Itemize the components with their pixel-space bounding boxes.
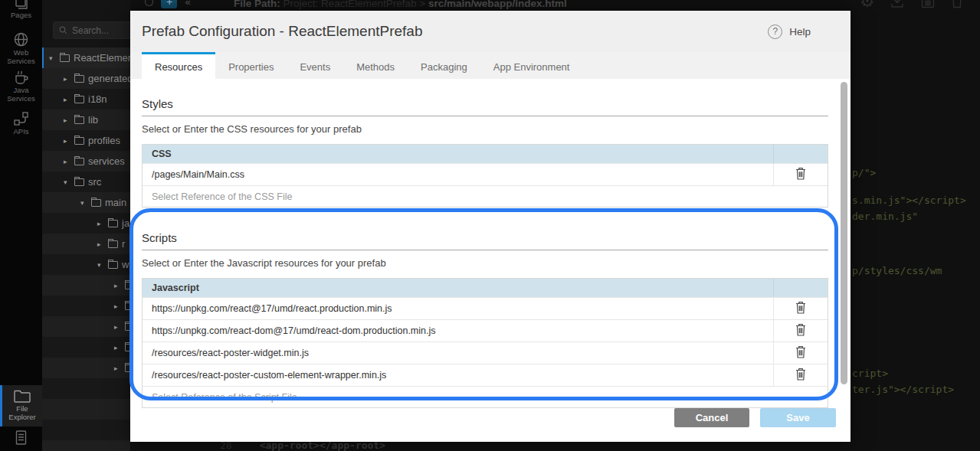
column-header: CSS xyxy=(143,149,773,159)
actions-column xyxy=(773,145,828,163)
tab-events[interactable]: Events xyxy=(287,52,343,79)
trash-icon xyxy=(795,301,806,314)
file-tree: ▾ReactElemen ▸generated ▸i18n ▸lib ▸prof… xyxy=(42,47,130,451)
pages-icon xyxy=(15,0,28,9)
chevron-right-icon[interactable]: ▸ xyxy=(64,116,70,124)
folder-icon xyxy=(91,199,101,207)
tree-item[interactable]: ▸ja xyxy=(42,213,130,234)
delete-row-button[interactable] xyxy=(794,344,808,362)
tree-item[interactable]: ▸ xyxy=(42,337,130,358)
dialog-footer: Cancel Save xyxy=(674,408,836,427)
tree-item[interactable]: ▸services xyxy=(42,151,130,172)
tree-item[interactable]: ▸ xyxy=(42,275,130,296)
rail-label: Java Services xyxy=(0,87,42,103)
tree-row-empty xyxy=(42,399,130,420)
file-path-project: Project: ReactElementPrefab > xyxy=(284,0,426,9)
table-header-row: CSS xyxy=(143,145,828,163)
chevron-right-icon[interactable]: ▸ xyxy=(114,282,121,289)
code-fragment: cript> xyxy=(852,368,888,379)
dialog-tabs: Resources Properties Events Methods Pack… xyxy=(130,52,851,79)
delete-row-button[interactable] xyxy=(794,165,808,184)
search-box[interactable] xyxy=(53,21,130,39)
help-button[interactable]: ? Help xyxy=(768,25,811,39)
tab-properties[interactable]: Properties xyxy=(215,52,287,79)
tree-item[interactable]: ▾w xyxy=(42,254,130,275)
folder-icon xyxy=(125,344,130,351)
trash-icon xyxy=(795,368,806,381)
gear-icon[interactable]: ⚙ xyxy=(860,0,875,10)
chevron-right-icon[interactable]: ▸ xyxy=(114,323,121,331)
sidebar-item-java-services[interactable]: Java Services xyxy=(0,70,42,103)
tab-methods[interactable]: Methods xyxy=(343,52,408,79)
download-icon[interactable] xyxy=(889,0,906,10)
delete-row-button[interactable] xyxy=(794,299,808,318)
save-button[interactable]: Save xyxy=(760,408,836,427)
rail-label: Web Services xyxy=(0,49,42,66)
chevron-down-icon[interactable]: ▾ xyxy=(49,54,56,62)
tree-item[interactable]: ▸lib xyxy=(42,109,130,130)
cancel-button[interactable]: Cancel xyxy=(674,408,749,427)
tree-item[interactable]: ▸i18n xyxy=(42,89,130,109)
save-icon[interactable] xyxy=(919,0,936,10)
collapse-panel-icon[interactable]: « xyxy=(185,0,190,8)
sidebar-item-apis[interactable]: APIs xyxy=(0,112,42,136)
chevron-right-icon[interactable]: ▸ xyxy=(64,75,70,83)
resource-path: https://unpkg.com/react-dom@17/umd/react… xyxy=(143,325,773,336)
folder-icon xyxy=(108,240,118,248)
tree-item[interactable]: ▸generated xyxy=(42,68,130,89)
api-connector-icon xyxy=(14,112,28,126)
delete-row-button[interactable] xyxy=(794,366,808,384)
trash-icon[interactable] xyxy=(950,0,964,10)
css-reference-input[interactable]: Select Reference of the CSS File xyxy=(143,185,828,207)
sidebar-item-document[interactable] xyxy=(0,430,42,445)
table-row: /pages/Main/Main.css xyxy=(143,163,828,185)
resource-path: https://unpkg.com/react@17/umd/react.pro… xyxy=(143,303,773,314)
script-reference-input[interactable]: Select Reference of the Script File xyxy=(143,386,828,407)
chevron-right-icon[interactable]: ▸ xyxy=(64,96,70,103)
styles-section: Styles Select or Enter the CSS resources… xyxy=(142,97,828,208)
tree-item[interactable]: ▾ReactElemen xyxy=(42,47,130,68)
chevron-right-icon[interactable]: ▸ xyxy=(114,302,121,310)
tab-resources[interactable]: Resources xyxy=(142,52,215,79)
search-icon xyxy=(59,26,67,34)
chevron-right-icon[interactable]: ▸ xyxy=(114,364,121,372)
refresh-icon[interactable] xyxy=(145,0,153,6)
tree-item[interactable]: ▾main xyxy=(42,192,130,213)
file-path-label: File Path: xyxy=(234,0,280,9)
chevron-right-icon[interactable]: ▸ xyxy=(97,240,104,248)
tab-app-environment[interactable]: App Environment xyxy=(480,52,583,79)
tree-item[interactable]: ▸ xyxy=(42,358,130,378)
tree-item[interactable]: ▸ xyxy=(42,316,130,337)
tree-item[interactable]: ▸r xyxy=(42,234,130,254)
folder-icon xyxy=(60,54,70,62)
trash-icon xyxy=(795,323,806,336)
tab-packaging[interactable]: Packaging xyxy=(408,52,480,79)
dialog-scrollbar[interactable] xyxy=(841,82,847,384)
chevron-right-icon[interactable]: ▸ xyxy=(97,220,104,227)
resource-path: /pages/Main/Main.css xyxy=(143,169,773,180)
left-icon-rail: Pages Web Services Java Services APIs Fi… xyxy=(0,0,42,451)
tree-item[interactable]: ▸profiles xyxy=(42,130,130,151)
folder-icon xyxy=(125,364,130,372)
table-header-row: Javascript xyxy=(143,279,828,297)
column-header: Javascript xyxy=(143,283,773,293)
search-input[interactable] xyxy=(72,25,130,36)
folder-icon xyxy=(74,116,84,124)
chevron-right-icon[interactable]: ▸ xyxy=(64,158,70,165)
tree-item[interactable]: ▾src xyxy=(42,172,130,192)
chevron-down-icon[interactable]: ▾ xyxy=(64,178,70,186)
sidebar-item-file-explorer[interactable]: File Explorer xyxy=(0,385,42,426)
sidebar-item-pages[interactable]: Pages xyxy=(0,0,42,20)
table-row: /resources/react-poster-custom-element-w… xyxy=(143,364,828,386)
delete-row-button[interactable] xyxy=(794,322,808,340)
folder-icon xyxy=(125,302,130,310)
rail-label: File Explorer xyxy=(2,405,42,422)
chevron-down-icon[interactable]: ▾ xyxy=(97,261,104,269)
sidebar-item-web-services[interactable]: Web Services xyxy=(0,32,42,66)
chevron-right-icon[interactable]: ▸ xyxy=(114,344,121,351)
tree-item[interactable]: ▸ xyxy=(42,296,130,316)
add-button[interactable]: + xyxy=(161,0,177,8)
chevron-down-icon[interactable]: ▾ xyxy=(80,199,87,207)
resource-path: /resources/react-poster-custom-element-w… xyxy=(143,370,773,381)
chevron-right-icon[interactable]: ▸ xyxy=(64,137,70,145)
